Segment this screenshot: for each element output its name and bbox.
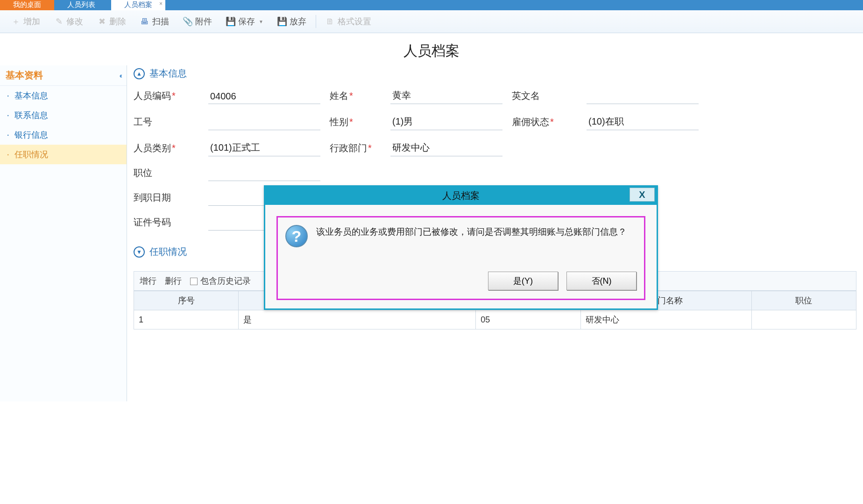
sidebar-item-label: 任职情况 [14, 149, 48, 160]
separator [316, 15, 316, 28]
save-button[interactable]: 💾保存▼ [219, 13, 270, 30]
discard-icon: 💾 [277, 17, 287, 26]
btn-label: 扫描 [152, 16, 169, 27]
confirm-dialog: 人员档案 X ? 该业务员的业务或费用部门已被修改，请问是否调整其明细账与总账部… [264, 185, 658, 310]
addrow-button[interactable]: 增行 [140, 275, 156, 287]
edit-button[interactable]: ✎修改 [48, 13, 90, 30]
dialog-body: ? 该业务员的业务或费用部门已被修改，请问是否调整其明细账与总账部门信息？ 是(… [276, 216, 645, 300]
dialog-title: 人员档案 [442, 190, 480, 201]
field-enname[interactable] [587, 92, 699, 104]
field-gender[interactable]: (1)男 [390, 114, 502, 130]
tab-label: 我的桌面 [13, 0, 41, 8]
sidebar: 基本资料 ‹‹ 基本信息 联系信息 银行信息 任职情况 [0, 65, 127, 401]
close-icon[interactable]: × [159, 0, 163, 7]
sidebar-item-label: 联系信息 [14, 110, 48, 121]
add-icon: ＋ [11, 17, 21, 26]
btn-label: 附件 [195, 16, 212, 27]
format-button[interactable]: 🗎格式设置 [319, 13, 378, 30]
yes-button[interactable]: 是(Y) [488, 272, 558, 290]
sidebar-item-contact[interactable]: 联系信息 [0, 105, 127, 125]
page-title: 人员档案 [0, 33, 863, 65]
sidebar-item-label: 银行信息 [14, 129, 48, 140]
tab-row: 我的桌面 人员列表 人员档案 × [0, 0, 863, 10]
cell-deptname: 研发中心 [580, 310, 751, 329]
label-hiredate: 到职日期 [134, 191, 199, 206]
cell-pos [751, 310, 856, 329]
label-name: 姓名* [330, 90, 381, 104]
collapse-down-icon[interactable]: ▼ [134, 246, 145, 258]
btn-label: 放弃 [290, 16, 306, 27]
no-button[interactable]: 否(N) [566, 272, 637, 290]
field-employ[interactable]: (10)在职 [587, 114, 699, 130]
th-pos: 职位 [751, 291, 856, 310]
sidebar-header: 基本资料 ‹‹ [0, 65, 127, 86]
add-button[interactable]: ＋增加 [5, 13, 47, 30]
discard-button[interactable]: 💾放弃 [271, 13, 313, 30]
cell-flag: 是 [239, 310, 476, 329]
section-basic-header: ▲ 基本信息 [134, 65, 856, 88]
label-enname: 英文名 [512, 90, 577, 104]
field-name[interactable]: 黄幸 [390, 88, 502, 104]
toolbar: ＋增加 ✎修改 ✖删除 🖶扫描 📎附件 💾保存▼ 💾放弃 🗎格式设置 [0, 10, 863, 33]
field-dept[interactable]: 研发中心 [390, 140, 502, 156]
history-checkbox[interactable]: 包含历史记录 [190, 275, 251, 287]
label-position: 职位 [134, 167, 199, 181]
field-ptype[interactable]: (101)正式工 [208, 140, 320, 156]
btn-label: 格式设置 [338, 16, 371, 27]
dialog-message: 该业务员的业务或费用部门已被修改，请问是否调整其明细账与总账部门信息？ [316, 225, 627, 239]
tab-person-archive[interactable]: 人员档案 × [111, 0, 165, 10]
section-title: 任职情况 [149, 245, 187, 258]
sidebar-item-basic[interactable]: 基本信息 [0, 86, 127, 105]
cell-dept: 05 [476, 310, 580, 329]
save-icon: 💾 [226, 17, 235, 26]
section-title: 基本信息 [149, 67, 187, 80]
sidebar-item-job[interactable]: 任职情况 [0, 145, 127, 164]
sidebar-item-bank[interactable]: 银行信息 [0, 125, 127, 145]
cell-seq: 1 [134, 310, 239, 329]
delrow-button[interactable]: 删行 [165, 275, 182, 287]
label-gender: 性别* [330, 116, 381, 130]
attach-button[interactable]: 📎附件 [177, 13, 219, 30]
format-icon: 🗎 [325, 17, 335, 26]
edit-icon: ✎ [54, 17, 64, 26]
close-button[interactable]: X [630, 188, 655, 202]
sidebar-title: 基本资料 [6, 69, 43, 82]
scan-icon: 🖶 [140, 17, 149, 26]
label-dept: 行政部门* [330, 142, 381, 156]
tab-desktop[interactable]: 我的桌面 [0, 0, 54, 10]
label-ptype: 人员类别* [134, 142, 199, 156]
chevron-down-icon[interactable]: ▼ [259, 19, 263, 24]
dialog-titlebar: 人员档案 X [265, 187, 657, 205]
btn-label: 保存 [238, 16, 255, 27]
collapse-icon[interactable]: ‹‹ [120, 72, 121, 79]
scan-button[interactable]: 🖶扫描 [134, 13, 176, 30]
btn-label: 修改 [66, 16, 83, 27]
label-workno: 工号 [134, 116, 199, 130]
field-workno[interactable] [208, 118, 320, 130]
sidebar-item-label: 基本信息 [14, 90, 48, 101]
field-code[interactable]: 04006 [208, 90, 320, 104]
tab-label: 人员档案 [124, 0, 152, 8]
delete-button[interactable]: ✖删除 [91, 13, 133, 30]
btn-label: 删除 [109, 16, 126, 27]
attach-icon: 📎 [183, 17, 192, 26]
btn-label: 增加 [23, 16, 40, 27]
label-idno: 证件号码 [134, 216, 199, 231]
field-position[interactable] [208, 169, 320, 181]
th-seq: 序号 [134, 291, 239, 310]
tab-person-list[interactable]: 人员列表 [54, 0, 108, 10]
question-icon: ? [285, 225, 308, 247]
delete-icon: ✖ [97, 17, 106, 26]
collapse-up-icon[interactable]: ▲ [134, 68, 145, 79]
checkbox-icon [190, 278, 198, 285]
tab-label: 人员列表 [67, 0, 95, 8]
checkbox-label: 包含历史记录 [200, 276, 251, 286]
table-row[interactable]: 1 是 05 研发中心 [134, 310, 856, 329]
label-code: 人员编码* [134, 90, 199, 104]
label-employ: 雇佣状态* [512, 116, 577, 130]
